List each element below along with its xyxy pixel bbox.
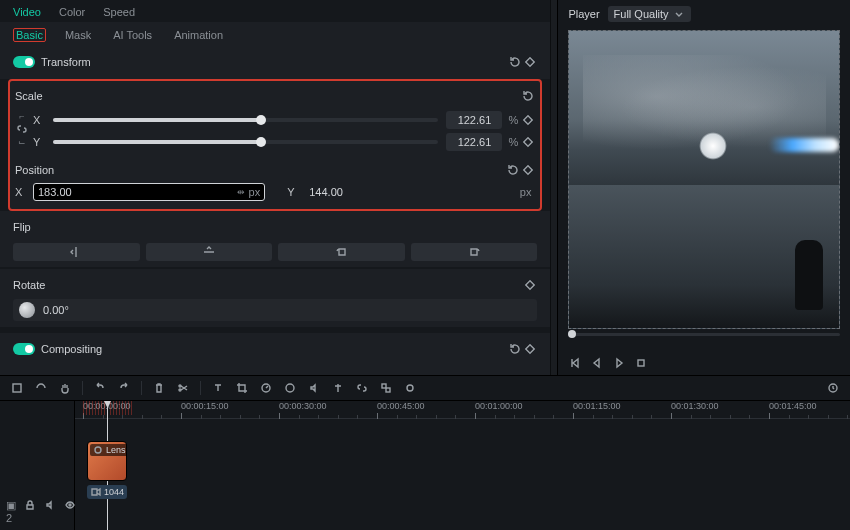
scale-y-keyframe-icon[interactable] — [520, 135, 535, 150]
speed-icon[interactable] — [259, 381, 273, 395]
track-lock-icon[interactable] — [24, 499, 36, 524]
player-play-icon[interactable] — [612, 357, 626, 369]
position-x-input[interactable]: 183.00⇹px — [33, 183, 265, 201]
compositing-reset-icon[interactable] — [507, 342, 522, 357]
position-label: Position — [15, 164, 54, 176]
tab-color[interactable]: Color — [59, 6, 85, 18]
transform-label: Transform — [41, 56, 91, 68]
rotate-label: Rotate — [13, 279, 45, 291]
tab-speed[interactable]: Speed — [103, 6, 135, 18]
marker-icon[interactable] — [331, 381, 345, 395]
scale-label: Scale — [15, 90, 43, 102]
tab-basic[interactable]: Basic — [13, 28, 46, 42]
timeline-settings-icon[interactable] — [826, 381, 840, 395]
scale-unit: % — [506, 114, 520, 126]
player-quality-select[interactable]: Full Quality — [608, 6, 691, 22]
player-preview[interactable] — [568, 30, 840, 329]
position-reset-icon[interactable] — [505, 163, 520, 178]
rotate-value[interactable]: 0.00° — [43, 304, 69, 316]
track-count-badge: ▣ 2 — [6, 499, 16, 524]
highlight-scale-position: Scale ⌐ ⌙ X 122.61 % — [8, 79, 542, 211]
tab-ai-tools[interactable]: AI Tools — [110, 28, 155, 42]
color-icon[interactable] — [283, 381, 297, 395]
ruler-tick: 00:00:15:00 — [181, 401, 229, 411]
scale-y-slider[interactable] — [53, 140, 438, 144]
transform-keyframe-icon[interactable] — [522, 55, 537, 70]
svg-rect-7 — [13, 384, 21, 392]
svg-rect-0 — [526, 58, 534, 66]
link-icon[interactable] — [355, 381, 369, 395]
inspector-sub-tabs: Basic Mask AI Tools Animation — [0, 22, 550, 46]
svg-rect-3 — [524, 166, 532, 174]
timeline-clip-lens[interactable]: Lens — [87, 441, 127, 481]
position-x-label: X — [15, 186, 27, 198]
inspector-top-tabs: Video Color Speed — [0, 0, 550, 22]
player-label: Player — [568, 8, 599, 20]
svg-rect-4 — [526, 281, 534, 289]
compositing-keyframe-icon[interactable] — [522, 342, 537, 357]
svg-point-12 — [407, 385, 413, 391]
track-mute-icon[interactable] — [44, 499, 56, 524]
timeline-ruler[interactable]: 00:00:00:0000:00:15:0000:00:30:0000:00:4… — [75, 401, 850, 419]
compositing-label: Compositing — [41, 343, 102, 355]
undo-icon[interactable] — [93, 381, 107, 395]
ruler-tick: 00:01:30:00 — [671, 401, 719, 411]
scale-x-label: X — [33, 114, 45, 126]
rotate-knob[interactable] — [19, 302, 35, 318]
svg-point-15 — [95, 447, 101, 453]
flip-vertical-button[interactable] — [146, 243, 273, 261]
delete-icon[interactable] — [152, 381, 166, 395]
timeline-clip-video[interactable]: 1044 — [87, 485, 127, 499]
rotate-keyframe-icon[interactable] — [522, 278, 537, 293]
position-y-label: Y — [287, 186, 299, 198]
svg-rect-1 — [524, 116, 532, 124]
position-keyframe-icon[interactable] — [520, 163, 535, 178]
scale-y-label: Y — [33, 136, 45, 148]
player-prev-icon[interactable] — [568, 357, 582, 369]
record-icon[interactable] — [403, 381, 417, 395]
tool-lasso-icon[interactable] — [34, 381, 48, 395]
flip-horizontal-button[interactable] — [13, 243, 140, 261]
rotate-cw-button[interactable] — [411, 243, 538, 261]
timeline-track-header: ▣ 2 — [0, 401, 75, 530]
redo-icon[interactable] — [117, 381, 131, 395]
scale-x-slider[interactable] — [53, 118, 438, 122]
player-scrubber[interactable] — [568, 333, 840, 336]
player-stop-icon[interactable] — [634, 357, 648, 369]
tab-mask[interactable]: Mask — [62, 28, 94, 42]
svg-rect-6 — [638, 360, 644, 366]
compositing-toggle[interactable] — [13, 343, 35, 355]
svg-rect-11 — [386, 388, 390, 392]
group-icon[interactable] — [379, 381, 393, 395]
ruler-tick: 00:01:45:00 — [769, 401, 817, 411]
ruler-tick: 00:01:15:00 — [573, 401, 621, 411]
ruler-tick: 00:00:30:00 — [279, 401, 327, 411]
cut-icon[interactable] — [176, 381, 190, 395]
transform-reset-icon[interactable] — [507, 55, 522, 70]
svg-rect-2 — [524, 138, 532, 146]
flip-label: Flip — [13, 221, 31, 233]
scale-y-value[interactable]: 122.61 — [446, 133, 502, 151]
video-icon — [90, 486, 102, 498]
tab-video[interactable]: Video — [13, 6, 41, 18]
tab-animation[interactable]: Animation — [171, 28, 226, 42]
transform-toggle[interactable] — [13, 56, 35, 68]
svg-rect-5 — [526, 345, 534, 353]
scale-x-keyframe-icon[interactable] — [520, 113, 535, 128]
text-icon[interactable] — [211, 381, 225, 395]
rotate-ccw-button[interactable] — [278, 243, 405, 261]
tool-hand-icon[interactable] — [58, 381, 72, 395]
audio-icon[interactable] — [307, 381, 321, 395]
ruler-tick: 00:01:00:00 — [475, 401, 523, 411]
crop-icon[interactable] — [235, 381, 249, 395]
tool-select-icon[interactable] — [10, 381, 24, 395]
scale-link-icon[interactable]: ⌐ ⌙ — [15, 109, 29, 147]
player-frame-back-icon[interactable] — [590, 357, 604, 369]
timeline-body[interactable]: 00:00:00:0000:00:15:0000:00:30:0000:00:4… — [75, 401, 850, 530]
scale-reset-icon[interactable] — [520, 89, 535, 104]
panel-scrollbar[interactable] — [550, 0, 557, 375]
scale-x-value[interactable]: 122.61 — [446, 111, 502, 129]
svg-point-9 — [286, 384, 294, 392]
preview-playhead-marker — [568, 328, 572, 329]
position-y-input[interactable]: 144.00px — [305, 183, 535, 201]
